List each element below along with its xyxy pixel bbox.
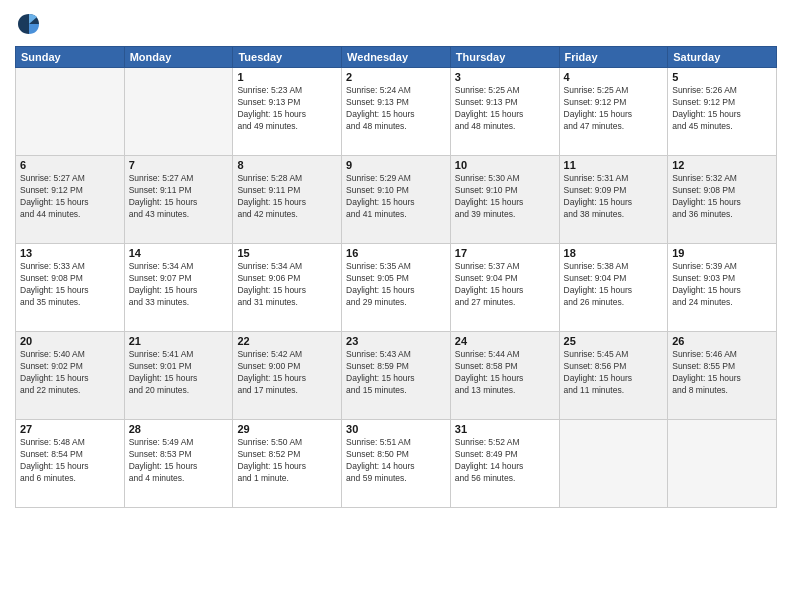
day-number: 19	[672, 247, 772, 259]
calendar: SundayMondayTuesdayWednesdayThursdayFrid…	[15, 46, 777, 508]
day-number: 9	[346, 159, 446, 171]
day-number: 10	[455, 159, 555, 171]
calendar-day-cell: 20Sunrise: 5:40 AM Sunset: 9:02 PM Dayli…	[16, 332, 125, 420]
day-info: Sunrise: 5:42 AM Sunset: 9:00 PM Dayligh…	[237, 349, 337, 397]
day-number: 11	[564, 159, 664, 171]
calendar-day-cell: 5Sunrise: 5:26 AM Sunset: 9:12 PM Daylig…	[668, 68, 777, 156]
day-info: Sunrise: 5:31 AM Sunset: 9:09 PM Dayligh…	[564, 173, 664, 221]
logo	[15, 10, 47, 38]
calendar-day-cell: 9Sunrise: 5:29 AM Sunset: 9:10 PM Daylig…	[342, 156, 451, 244]
day-info: Sunrise: 5:32 AM Sunset: 9:08 PM Dayligh…	[672, 173, 772, 221]
calendar-day-cell: 19Sunrise: 5:39 AM Sunset: 9:03 PM Dayli…	[668, 244, 777, 332]
day-number: 7	[129, 159, 229, 171]
day-info: Sunrise: 5:44 AM Sunset: 8:58 PM Dayligh…	[455, 349, 555, 397]
day-info: Sunrise: 5:43 AM Sunset: 8:59 PM Dayligh…	[346, 349, 446, 397]
day-number: 18	[564, 247, 664, 259]
calendar-day-cell: 22Sunrise: 5:42 AM Sunset: 9:00 PM Dayli…	[233, 332, 342, 420]
calendar-week-row: 6Sunrise: 5:27 AM Sunset: 9:12 PM Daylig…	[16, 156, 777, 244]
day-info: Sunrise: 5:50 AM Sunset: 8:52 PM Dayligh…	[237, 437, 337, 485]
day-number: 12	[672, 159, 772, 171]
calendar-week-row: 13Sunrise: 5:33 AM Sunset: 9:08 PM Dayli…	[16, 244, 777, 332]
day-number: 2	[346, 71, 446, 83]
day-info: Sunrise: 5:38 AM Sunset: 9:04 PM Dayligh…	[564, 261, 664, 309]
calendar-day-cell: 14Sunrise: 5:34 AM Sunset: 9:07 PM Dayli…	[124, 244, 233, 332]
day-info: Sunrise: 5:34 AM Sunset: 9:06 PM Dayligh…	[237, 261, 337, 309]
calendar-day-cell: 6Sunrise: 5:27 AM Sunset: 9:12 PM Daylig…	[16, 156, 125, 244]
weekday-header: Wednesday	[342, 47, 451, 68]
day-number: 28	[129, 423, 229, 435]
day-number: 6	[20, 159, 120, 171]
day-number: 24	[455, 335, 555, 347]
day-info: Sunrise: 5:37 AM Sunset: 9:04 PM Dayligh…	[455, 261, 555, 309]
calendar-body: 1Sunrise: 5:23 AM Sunset: 9:13 PM Daylig…	[16, 68, 777, 508]
calendar-day-cell: 2Sunrise: 5:24 AM Sunset: 9:13 PM Daylig…	[342, 68, 451, 156]
calendar-day-cell: 28Sunrise: 5:49 AM Sunset: 8:53 PM Dayli…	[124, 420, 233, 508]
calendar-day-cell: 18Sunrise: 5:38 AM Sunset: 9:04 PM Dayli…	[559, 244, 668, 332]
day-number: 31	[455, 423, 555, 435]
calendar-day-cell	[16, 68, 125, 156]
day-number: 5	[672, 71, 772, 83]
calendar-day-cell: 11Sunrise: 5:31 AM Sunset: 9:09 PM Dayli…	[559, 156, 668, 244]
header	[15, 10, 777, 38]
day-info: Sunrise: 5:49 AM Sunset: 8:53 PM Dayligh…	[129, 437, 229, 485]
weekday-header-row: SundayMondayTuesdayWednesdayThursdayFrid…	[16, 47, 777, 68]
calendar-day-cell: 25Sunrise: 5:45 AM Sunset: 8:56 PM Dayli…	[559, 332, 668, 420]
calendar-day-cell: 26Sunrise: 5:46 AM Sunset: 8:55 PM Dayli…	[668, 332, 777, 420]
weekday-header: Friday	[559, 47, 668, 68]
day-number: 1	[237, 71, 337, 83]
day-info: Sunrise: 5:24 AM Sunset: 9:13 PM Dayligh…	[346, 85, 446, 133]
calendar-day-cell: 17Sunrise: 5:37 AM Sunset: 9:04 PM Dayli…	[450, 244, 559, 332]
page: SundayMondayTuesdayWednesdayThursdayFrid…	[0, 0, 792, 612]
day-info: Sunrise: 5:35 AM Sunset: 9:05 PM Dayligh…	[346, 261, 446, 309]
weekday-header: Monday	[124, 47, 233, 68]
weekday-header: Thursday	[450, 47, 559, 68]
day-info: Sunrise: 5:27 AM Sunset: 9:11 PM Dayligh…	[129, 173, 229, 221]
day-info: Sunrise: 5:23 AM Sunset: 9:13 PM Dayligh…	[237, 85, 337, 133]
day-info: Sunrise: 5:25 AM Sunset: 9:12 PM Dayligh…	[564, 85, 664, 133]
calendar-day-cell	[559, 420, 668, 508]
day-number: 22	[237, 335, 337, 347]
day-info: Sunrise: 5:28 AM Sunset: 9:11 PM Dayligh…	[237, 173, 337, 221]
day-info: Sunrise: 5:45 AM Sunset: 8:56 PM Dayligh…	[564, 349, 664, 397]
day-number: 30	[346, 423, 446, 435]
calendar-day-cell: 31Sunrise: 5:52 AM Sunset: 8:49 PM Dayli…	[450, 420, 559, 508]
calendar-day-cell: 4Sunrise: 5:25 AM Sunset: 9:12 PM Daylig…	[559, 68, 668, 156]
calendar-week-row: 20Sunrise: 5:40 AM Sunset: 9:02 PM Dayli…	[16, 332, 777, 420]
calendar-week-row: 27Sunrise: 5:48 AM Sunset: 8:54 PM Dayli…	[16, 420, 777, 508]
day-info: Sunrise: 5:52 AM Sunset: 8:49 PM Dayligh…	[455, 437, 555, 485]
calendar-day-cell: 8Sunrise: 5:28 AM Sunset: 9:11 PM Daylig…	[233, 156, 342, 244]
calendar-day-cell: 13Sunrise: 5:33 AM Sunset: 9:08 PM Dayli…	[16, 244, 125, 332]
day-info: Sunrise: 5:33 AM Sunset: 9:08 PM Dayligh…	[20, 261, 120, 309]
day-info: Sunrise: 5:26 AM Sunset: 9:12 PM Dayligh…	[672, 85, 772, 133]
calendar-day-cell: 15Sunrise: 5:34 AM Sunset: 9:06 PM Dayli…	[233, 244, 342, 332]
calendar-day-cell: 27Sunrise: 5:48 AM Sunset: 8:54 PM Dayli…	[16, 420, 125, 508]
calendar-day-cell: 16Sunrise: 5:35 AM Sunset: 9:05 PM Dayli…	[342, 244, 451, 332]
weekday-header: Sunday	[16, 47, 125, 68]
day-info: Sunrise: 5:29 AM Sunset: 9:10 PM Dayligh…	[346, 173, 446, 221]
day-info: Sunrise: 5:48 AM Sunset: 8:54 PM Dayligh…	[20, 437, 120, 485]
day-number: 8	[237, 159, 337, 171]
calendar-day-cell: 30Sunrise: 5:51 AM Sunset: 8:50 PM Dayli…	[342, 420, 451, 508]
weekday-header: Tuesday	[233, 47, 342, 68]
day-number: 23	[346, 335, 446, 347]
calendar-day-cell: 23Sunrise: 5:43 AM Sunset: 8:59 PM Dayli…	[342, 332, 451, 420]
day-number: 17	[455, 247, 555, 259]
day-number: 20	[20, 335, 120, 347]
day-number: 14	[129, 247, 229, 259]
calendar-day-cell	[124, 68, 233, 156]
day-number: 13	[20, 247, 120, 259]
day-info: Sunrise: 5:40 AM Sunset: 9:02 PM Dayligh…	[20, 349, 120, 397]
day-number: 3	[455, 71, 555, 83]
day-number: 26	[672, 335, 772, 347]
calendar-day-cell: 24Sunrise: 5:44 AM Sunset: 8:58 PM Dayli…	[450, 332, 559, 420]
day-number: 4	[564, 71, 664, 83]
weekday-header: Saturday	[668, 47, 777, 68]
day-number: 29	[237, 423, 337, 435]
day-info: Sunrise: 5:25 AM Sunset: 9:13 PM Dayligh…	[455, 85, 555, 133]
calendar-day-cell: 7Sunrise: 5:27 AM Sunset: 9:11 PM Daylig…	[124, 156, 233, 244]
day-number: 27	[20, 423, 120, 435]
logo-icon	[15, 10, 43, 38]
calendar-day-cell: 29Sunrise: 5:50 AM Sunset: 8:52 PM Dayli…	[233, 420, 342, 508]
calendar-week-row: 1Sunrise: 5:23 AM Sunset: 9:13 PM Daylig…	[16, 68, 777, 156]
calendar-day-cell: 1Sunrise: 5:23 AM Sunset: 9:13 PM Daylig…	[233, 68, 342, 156]
